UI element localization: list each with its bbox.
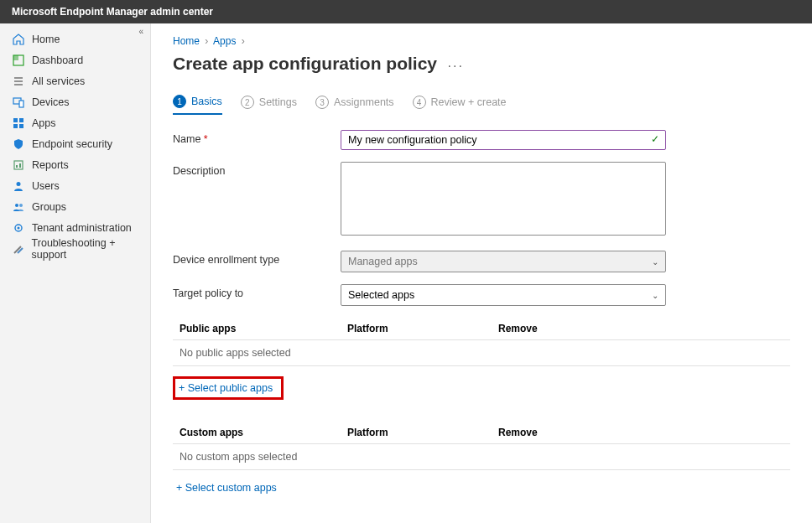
chevron-right-icon: › bbox=[205, 35, 208, 47]
chevron-down-icon: ⌄ bbox=[652, 291, 658, 300]
nav-home[interactable]: Home bbox=[0, 28, 150, 49]
left-nav: « Home Dashboard All services Devices Ap… bbox=[0, 23, 151, 523]
step-label: Assignments bbox=[334, 96, 394, 108]
report-icon bbox=[12, 158, 25, 172]
page-title: Create app configuration policy bbox=[173, 54, 437, 74]
description-input[interactable] bbox=[341, 162, 666, 236]
nav-label: Tenant administration bbox=[32, 222, 132, 234]
step-assignments[interactable]: 3Assignments bbox=[315, 95, 394, 115]
nav-label: Endpoint security bbox=[32, 138, 112, 150]
step-number: 4 bbox=[413, 96, 426, 109]
svg-rect-7 bbox=[13, 118, 18, 122]
public-apps-table: Public apps Platform Remove No public ap… bbox=[173, 318, 790, 366]
nav-troubleshooting[interactable]: Troubleshooting + support bbox=[0, 238, 150, 259]
svg-rect-10 bbox=[19, 124, 23, 128]
nav-label: Devices bbox=[32, 96, 69, 108]
nav-dashboard[interactable]: Dashboard bbox=[0, 49, 150, 70]
description-label: Description bbox=[173, 162, 341, 239]
col-custom-apps: Custom apps bbox=[180, 427, 347, 438]
public-apps-empty: No public apps selected bbox=[173, 340, 790, 366]
nav-users[interactable]: Users bbox=[0, 175, 150, 196]
breadcrumb: Home › Apps › bbox=[173, 35, 790, 47]
select-custom-apps-link[interactable]: + Select custom apps bbox=[173, 480, 280, 495]
breadcrumb-home[interactable]: Home bbox=[173, 35, 200, 47]
collapse-sidebar-icon[interactable]: « bbox=[138, 27, 143, 36]
chevron-down-icon: ⌄ bbox=[652, 257, 658, 267]
list-icon bbox=[12, 75, 25, 88]
svg-rect-11 bbox=[14, 161, 23, 169]
nav-devices[interactable]: Devices bbox=[0, 91, 150, 112]
nav-label: Home bbox=[32, 34, 60, 45]
nav-endpoint-security[interactable]: Endpoint security bbox=[0, 133, 150, 154]
svg-point-18 bbox=[18, 226, 20, 229]
svg-rect-12 bbox=[16, 165, 18, 168]
devices-icon bbox=[12, 96, 25, 109]
step-label: Settings bbox=[259, 96, 297, 108]
step-number: 3 bbox=[315, 96, 329, 109]
nav-label: Apps bbox=[32, 117, 56, 129]
wizard-steps: 1Basics 2Settings 3Assignments 4Review +… bbox=[173, 95, 790, 115]
more-actions-icon[interactable]: ··· bbox=[448, 59, 464, 74]
nav-label: All services bbox=[32, 75, 85, 87]
nav-reports[interactable]: Reports bbox=[0, 154, 150, 175]
target-policy-label: Target policy to bbox=[173, 284, 341, 306]
select-value: Managed apps bbox=[348, 256, 418, 267]
name-input[interactable] bbox=[341, 130, 666, 150]
gear-icon bbox=[12, 221, 25, 235]
custom-apps-table: Custom apps Platform Remove No custom ap… bbox=[173, 422, 790, 470]
select-public-apps-link[interactable]: + Select public apps bbox=[173, 376, 284, 400]
content-pane: Home › Apps › Create app configuration p… bbox=[151, 23, 812, 523]
step-review[interactable]: 4Review + create bbox=[413, 95, 507, 115]
home-icon bbox=[12, 33, 25, 46]
custom-apps-empty: No custom apps selected bbox=[173, 444, 790, 470]
nav-tenant-admin[interactable]: Tenant administration bbox=[0, 217, 150, 238]
group-icon bbox=[12, 200, 25, 214]
col-remove: Remove bbox=[498, 427, 790, 438]
nav-label: Dashboard bbox=[32, 54, 83, 66]
product-title: Microsoft Endpoint Manager admin center bbox=[12, 6, 213, 18]
target-policy-select[interactable]: Selected apps⌄ bbox=[341, 284, 666, 306]
enrollment-type-select: Managed apps⌄ bbox=[341, 251, 666, 272]
nav-apps[interactable]: Apps bbox=[0, 112, 150, 133]
name-label: Name * bbox=[173, 130, 341, 150]
col-platform: Platform bbox=[347, 427, 498, 438]
shield-icon bbox=[12, 137, 25, 151]
col-remove: Remove bbox=[498, 323, 790, 334]
svg-rect-13 bbox=[19, 163, 21, 168]
grid-icon bbox=[12, 117, 25, 130]
nav-label: Reports bbox=[32, 159, 69, 171]
user-icon bbox=[12, 179, 25, 193]
col-platform: Platform bbox=[347, 323, 498, 334]
svg-point-16 bbox=[19, 204, 23, 207]
dashboard-icon bbox=[12, 54, 25, 67]
nav-groups[interactable]: Groups bbox=[0, 196, 150, 217]
nav-label: Users bbox=[32, 180, 60, 192]
svg-rect-9 bbox=[13, 124, 18, 128]
svg-point-15 bbox=[15, 204, 18, 207]
step-number: 1 bbox=[173, 95, 186, 108]
svg-rect-1 bbox=[13, 55, 18, 60]
valid-check-icon: ✓ bbox=[651, 133, 659, 145]
col-public-apps: Public apps bbox=[180, 323, 347, 334]
top-bar: Microsoft Endpoint Manager admin center bbox=[0, 0, 812, 23]
nav-label: Troubleshooting + support bbox=[32, 237, 150, 261]
wrench-icon bbox=[12, 242, 25, 256]
step-label: Basics bbox=[191, 96, 222, 107]
nav-label: Groups bbox=[32, 201, 66, 213]
svg-point-14 bbox=[17, 182, 21, 186]
breadcrumb-apps[interactable]: Apps bbox=[213, 35, 236, 47]
step-basics[interactable]: 1Basics bbox=[173, 95, 222, 115]
svg-rect-6 bbox=[19, 101, 23, 107]
chevron-right-icon: › bbox=[242, 35, 245, 47]
step-number: 2 bbox=[241, 96, 254, 109]
svg-rect-8 bbox=[19, 118, 23, 122]
nav-all-services[interactable]: All services bbox=[0, 70, 150, 91]
step-settings[interactable]: 2Settings bbox=[241, 95, 297, 115]
enrollment-type-label: Device enrollment type bbox=[173, 251, 341, 272]
step-label: Review + create bbox=[431, 96, 507, 108]
select-value: Selected apps bbox=[348, 289, 414, 301]
